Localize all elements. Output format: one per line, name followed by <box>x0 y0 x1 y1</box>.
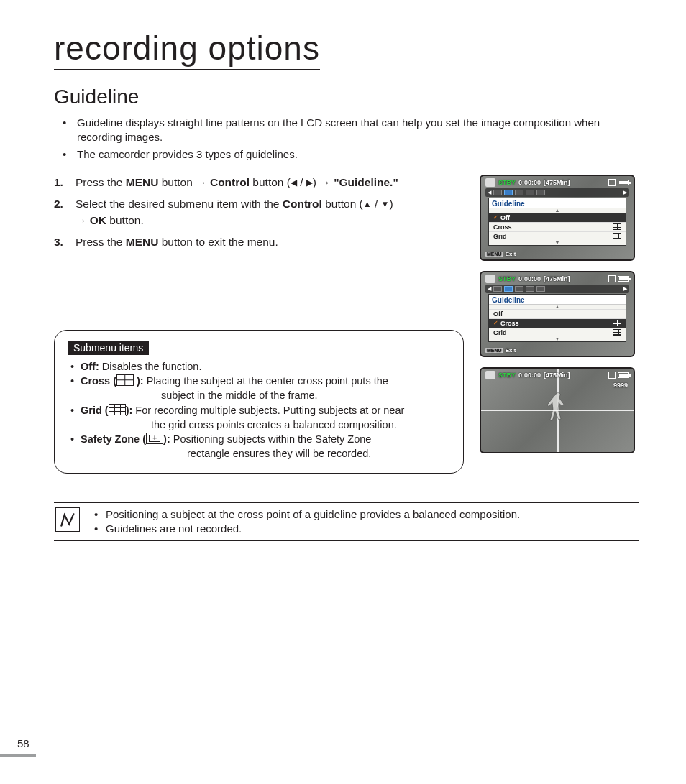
lcd-status-bar: STBY 0:00:00 [475Min] <box>485 275 629 283</box>
battery-icon <box>618 276 629 282</box>
page-title: recording options <box>54 29 320 70</box>
submenu-title: Submenu items <box>68 341 149 355</box>
arrow-right-icon: → <box>319 176 331 188</box>
remain-label: [475Min] <box>544 372 570 379</box>
notes-list: Positioning a subject at the cross point… <box>90 507 639 537</box>
time-label: 0:00:00 <box>518 179 541 186</box>
time-label: 0:00:00 <box>518 275 541 282</box>
lcd-menu: Guideline ▲ ✓Off Cross Grid ▼ <box>488 198 626 246</box>
step-number: 1. <box>54 175 63 190</box>
lcd-status-bar: STBY 0:00:00 [475Min] <box>485 178 629 187</box>
submenu-item-off: Off: Disables the function. <box>68 359 450 374</box>
camera-icon <box>485 275 495 283</box>
intro-list: Guideline displays straight line pattern… <box>57 116 639 162</box>
lcd-screenshot-cross: STBY 0:00:00 [475Min] ◀ ▶ Guideline ▲ Of… <box>480 271 635 357</box>
submenu-list: Off: Disables the function. Cross ( ): P… <box>68 359 450 461</box>
note-item: Positioning a subject at the cross point… <box>90 507 639 522</box>
arrow-right-icon: → <box>196 176 207 188</box>
grid-icon <box>109 404 126 415</box>
steps-list: 1. Press the MENU button → Control butto… <box>54 175 472 251</box>
camera-icon <box>485 178 495 187</box>
intro-bullet: Guideline displays straight line pattern… <box>57 116 639 145</box>
card-icon <box>608 179 616 186</box>
step-number: 3. <box>54 234 63 250</box>
triangle-right-icon: ▶ <box>306 177 313 189</box>
cross-icon <box>116 374 134 386</box>
lcd-menu-item-off: Off <box>489 309 626 318</box>
section-heading: Guideline <box>54 86 639 109</box>
lcd-menu-header: Guideline <box>489 198 626 208</box>
left-column: 1. Press the MENU button → Control butto… <box>54 175 472 474</box>
step-3: 3. Press the MENU button to exit the men… <box>54 234 472 250</box>
time-label: 0:00:00 <box>518 372 541 379</box>
step-number: 2. <box>54 196 63 212</box>
grid-icon <box>613 329 621 336</box>
lcd-menu-item-cross: ✓Cross <box>489 318 626 328</box>
step-1: 1. Press the MENU button → Control butto… <box>54 175 472 190</box>
check-icon: ✓ <box>493 214 498 221</box>
lcd-screenshot-off: STBY 0:00:00 [475Min] ◀ ▶ Guideline ▲ ✓O… <box>480 175 635 261</box>
card-icon <box>608 275 616 282</box>
page-number-rule <box>0 754 36 757</box>
lcd-menu-item-off: ✓Off <box>489 213 626 222</box>
stby-label: STBY <box>498 372 516 379</box>
submenu-box: Submenu items Off: Disables the function… <box>54 330 464 474</box>
notes-block: Positioning a subject at the cross point… <box>54 502 639 542</box>
check-icon: ✓ <box>493 320 498 326</box>
menu-button-icon: MENU <box>485 348 503 353</box>
step-2: 2. Select the desired submenu item with … <box>54 196 472 229</box>
frame-count: 9999 <box>613 382 628 389</box>
remain-label: [475Min] <box>544 275 570 282</box>
lcd-menu-header: Guideline <box>489 295 626 305</box>
cross-icon <box>613 223 621 230</box>
grid-icon <box>613 233 621 239</box>
note-item: Guidelines are not recorded. <box>90 522 639 536</box>
lcd-tab-bar: ◀ ▶ <box>485 285 629 293</box>
main-row: 1. Press the MENU button → Control butto… <box>54 175 639 474</box>
note-icon <box>55 507 80 532</box>
lcd-tab-bar: ◀ ▶ <box>485 188 629 197</box>
submenu-item-cross: Cross ( ): Placing the subject at the ce… <box>68 374 450 403</box>
stby-label: STBY <box>498 275 516 282</box>
menu-button-icon: MENU <box>485 252 503 257</box>
safety-zone-icon <box>146 433 163 444</box>
subject-figure <box>543 390 572 426</box>
cross-icon <box>613 320 621 326</box>
intro-bullet: The camcorder provides 3 types of guidel… <box>57 147 639 162</box>
triangle-down-icon: ▼ <box>381 198 390 211</box>
arrow-right-icon: → <box>76 214 87 226</box>
triangle-up-icon: ▲ <box>363 198 372 211</box>
lcd-menu-item-grid: Grid <box>489 328 626 337</box>
lcd-footer: MENUExit <box>485 251 516 257</box>
page-number: 58 <box>17 737 29 750</box>
lcd-menu: Guideline ▲ Off ✓Cross Grid ▼ <box>488 294 626 342</box>
battery-icon <box>618 180 629 185</box>
lcd-status-bar: STBY 0:00:00 [475Min] <box>485 371 629 379</box>
battery-icon <box>618 372 629 378</box>
remain-label: [475Min] <box>544 179 570 186</box>
right-column: STBY 0:00:00 [475Min] ◀ ▶ Guideline ▲ ✓O… <box>480 175 639 474</box>
submenu-item-safety: Safety Zone (): Positioning subjects wit… <box>68 432 450 461</box>
card-icon <box>608 372 616 379</box>
camera-icon <box>485 371 495 379</box>
stby-label: STBY <box>498 179 516 186</box>
lcd-screenshot-preview: STBY 0:00:00 [475Min] 9999 <box>480 367 635 453</box>
lcd-menu-item-grid: Grid <box>489 231 626 241</box>
lcd-menu-item-cross: Cross <box>489 222 626 231</box>
triangle-left-icon: ◀ <box>291 177 297 189</box>
lcd-footer: MENUExit <box>485 347 516 354</box>
submenu-item-grid: Grid (): For recording multiple subjects… <box>68 403 450 433</box>
svg-point-0 <box>60 525 62 526</box>
